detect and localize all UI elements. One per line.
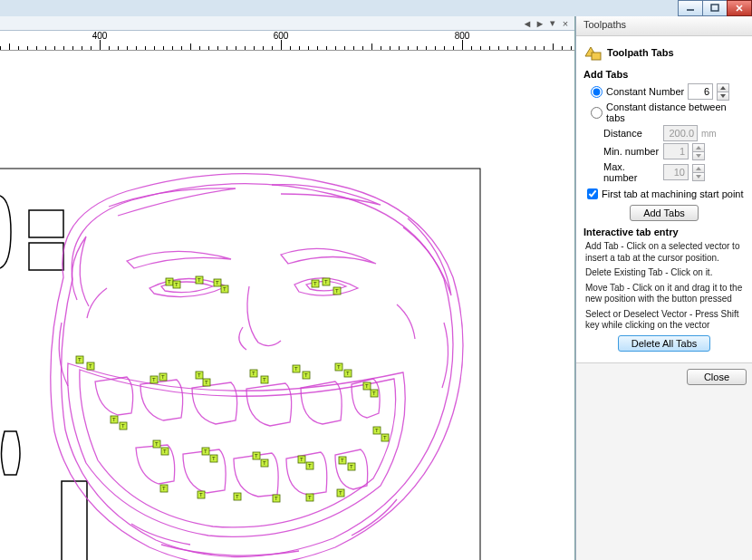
svg-text:T: T (308, 495, 312, 500)
svg-text:T: T (163, 449, 167, 454)
svg-text:T: T (112, 417, 116, 422)
svg-text:T: T (255, 453, 258, 459)
svg-text:T: T (275, 496, 278, 501)
svg-text:T: T (216, 280, 219, 285)
svg-text:T: T (383, 435, 387, 440)
svg-text:T: T (121, 423, 125, 429)
min-number-input[interactable] (663, 143, 689, 159)
help-select-text: Select or Deselect Vector - Press Shift … (585, 309, 743, 332)
document-tabstrip: ◄ ► ▾ × (0, 16, 574, 31)
svg-text:T: T (168, 279, 171, 285)
svg-text:T: T (198, 372, 201, 378)
svg-text:T: T (304, 372, 308, 378)
tab-prev-icon[interactable]: ◄ (522, 18, 533, 29)
delete-all-tabs-button[interactable]: Delete All Tabs (618, 335, 711, 352)
add-tabs-button[interactable]: Add Tabs (630, 205, 699, 221)
svg-text:T: T (212, 456, 216, 461)
svg-text:T: T (161, 374, 165, 380)
help-delete-text: Delete Existing Tab - Click on it. (585, 267, 743, 279)
toolpaths-panel: Toolpaths Toolpath Tabs Add Tabs Constan… (575, 16, 752, 560)
distance-label: Distance (603, 128, 660, 139)
svg-text:T: T (236, 494, 239, 499)
max-number-label: Max. number (603, 161, 660, 183)
first-tab-checkbox[interactable] (587, 188, 598, 199)
svg-text:T: T (263, 460, 266, 466)
svg-text:T: T (198, 277, 201, 283)
svg-text:T: T (313, 281, 317, 286)
svg-text:T: T (308, 463, 312, 468)
constant-number-radio[interactable] (591, 86, 603, 98)
section-heading: Toolpath Tabs (607, 47, 674, 58)
add-tabs-heading: Add Tabs (583, 69, 745, 80)
svg-text:T: T (223, 286, 227, 292)
panel-title: Toolpaths (576, 16, 752, 36)
svg-text:T: T (89, 363, 92, 369)
min-number-spinner[interactable] (692, 143, 705, 159)
svg-text:T: T (204, 449, 207, 454)
svg-text:T: T (335, 288, 339, 294)
win-close-button[interactable] (727, 0, 752, 16)
svg-text:T: T (78, 357, 82, 362)
toolpath-tabs-icon (583, 43, 602, 62)
svg-text:T: T (152, 377, 156, 382)
svg-text:T: T (339, 490, 342, 496)
constant-number-spinner[interactable] (717, 83, 729, 100)
svg-text:T: T (365, 383, 369, 389)
distance-input[interactable] (663, 125, 698, 141)
svg-text:T: T (337, 364, 341, 370)
min-number-label: Min. number (603, 146, 660, 157)
constant-number-input[interactable] (688, 83, 713, 100)
canvas[interactable]: TTTTTTTTTTTTTTTTTTTTTTTTTTTTTTTTTTTTTTTT… (0, 51, 574, 560)
help-add-text: Add Tab - Click on a selected vector to … (585, 241, 743, 264)
svg-rect-44 (592, 53, 601, 60)
svg-text:T: T (199, 492, 203, 497)
svg-text:T: T (294, 366, 298, 372)
svg-text:T: T (252, 371, 255, 376)
svg-text:T: T (341, 458, 344, 463)
svg-text:T: T (346, 371, 350, 376)
interactive-heading: Interactive tab entry (583, 227, 745, 237)
svg-text:T: T (350, 464, 353, 469)
svg-text:T: T (263, 377, 266, 382)
win-maximize-button[interactable] (702, 0, 728, 16)
distance-unit: mm (701, 129, 717, 139)
constant-number-label: Constant Number (606, 86, 684, 97)
tab-close-icon[interactable]: × (560, 18, 571, 29)
constant-distance-radio[interactable] (591, 107, 603, 119)
win-minimize-button[interactable] (678, 0, 703, 16)
svg-text:T: T (205, 380, 208, 385)
constant-distance-label: Constant distance between tabs (606, 101, 745, 123)
svg-rect-1 (711, 5, 718, 11)
svg-text:T: T (155, 441, 159, 447)
close-button[interactable]: Close (687, 369, 747, 385)
max-number-input[interactable] (663, 164, 689, 180)
svg-text:T: T (300, 457, 304, 462)
svg-text:T: T (372, 391, 376, 396)
tab-dropdown-icon[interactable]: ▾ (547, 18, 558, 29)
design-area: ◄ ► ▾ × 400600800 (0, 16, 575, 560)
horizontal-ruler: 400600800 (0, 31, 574, 51)
max-number-spinner[interactable] (692, 164, 705, 180)
first-tab-label: First tab at machining start point (602, 188, 744, 199)
svg-text:T: T (175, 282, 178, 287)
svg-text:T: T (324, 279, 328, 285)
help-move-text: Move Tab - Click on it and drag it to th… (585, 283, 743, 305)
svg-text:T: T (375, 428, 379, 433)
tab-next-icon[interactable]: ► (535, 18, 545, 29)
svg-text:T: T (162, 486, 166, 491)
